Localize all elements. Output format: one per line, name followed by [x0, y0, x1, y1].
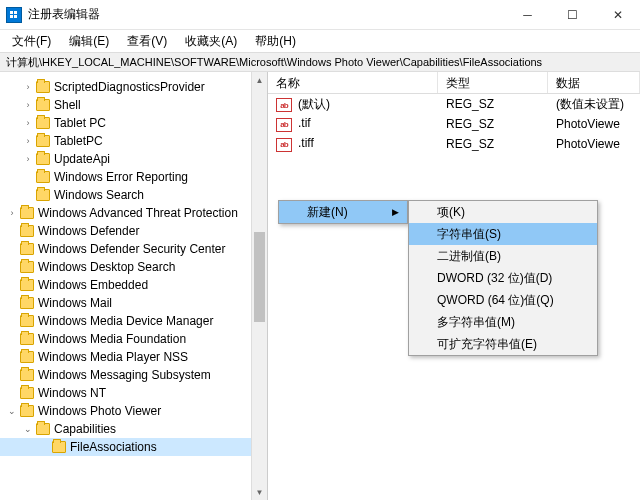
col-type[interactable]: 类型	[438, 72, 548, 93]
tree-node[interactable]: Windows Media Foundation	[0, 330, 267, 348]
tree-node[interactable]: FileAssociations	[0, 438, 267, 456]
maximize-button[interactable]: ☐	[550, 0, 595, 29]
tree-label: Windows Embedded	[38, 278, 148, 292]
folder-icon	[36, 171, 50, 183]
folder-icon	[20, 207, 34, 219]
tree-pane[interactable]: ›ScriptedDiagnosticsProvider›Shell›Table…	[0, 72, 268, 500]
tree-node[interactable]: Windows Defender	[0, 222, 267, 240]
twisty-icon[interactable]: ›	[22, 136, 34, 146]
menu-favorites[interactable]: 收藏夹(A)	[177, 31, 245, 52]
ctx-item[interactable]: DWORD (32 位)值(D)	[409, 267, 597, 289]
ctx-item-label: DWORD (32 位)值(D)	[437, 270, 552, 287]
folder-icon	[36, 81, 50, 93]
twisty-icon[interactable]: ⌄	[6, 406, 18, 416]
scrollbar[interactable]: ▲▼	[251, 72, 267, 500]
tree-label: ScriptedDiagnosticsProvider	[54, 80, 205, 94]
tree-label: Windows Defender Security Center	[38, 242, 225, 256]
window-title: 注册表编辑器	[28, 6, 505, 23]
list-row[interactable]: ab.tiffREG_SZPhotoViewe	[268, 134, 640, 154]
ctx-item[interactable]: 二进制值(B)	[409, 245, 597, 267]
tree-node[interactable]: ›ScriptedDiagnosticsProvider	[0, 78, 267, 96]
svg-rect-0	[10, 11, 13, 14]
tree-node[interactable]: Windows Media Player NSS	[0, 348, 267, 366]
col-data[interactable]: 数据	[548, 72, 640, 93]
tree-node[interactable]: Windows Messaging Subsystem	[0, 366, 267, 384]
folder-icon	[20, 279, 34, 291]
twisty-icon[interactable]: ›	[22, 154, 34, 164]
tree-node[interactable]: ⌄Capabilities	[0, 420, 267, 438]
tree-node[interactable]: ⌄Windows Photo Viewer	[0, 402, 267, 420]
tree-label: Windows NT	[38, 386, 106, 400]
value-type: REG_SZ	[438, 97, 548, 111]
tree-label: Windows Media Device Manager	[38, 314, 213, 328]
tree-label: Windows Error Reporting	[54, 170, 188, 184]
tree-label: Tablet PC	[54, 116, 106, 130]
value-data: PhotoViewe	[548, 117, 640, 131]
value-name: (默认)	[298, 97, 330, 111]
tree-node[interactable]: Windows NT	[0, 384, 267, 402]
ctx-item[interactable]: 可扩充字符串值(E)	[409, 333, 597, 355]
folder-icon	[20, 243, 34, 255]
scroll-up-icon[interactable]: ▲	[252, 72, 267, 88]
value-name: .tif	[298, 116, 311, 130]
tree-node[interactable]: Windows Error Reporting	[0, 168, 267, 186]
address-bar[interactable]: 计算机\HKEY_LOCAL_MACHINE\SOFTWARE\Microsof…	[0, 52, 640, 72]
tree-node[interactable]: ›Windows Advanced Threat Protection	[0, 204, 267, 222]
ctx-item[interactable]: 多字符串值(M)	[409, 311, 597, 333]
ctx-item-label: 字符串值(S)	[437, 226, 501, 243]
tree-node[interactable]: ›TabletPC	[0, 132, 267, 150]
tree-node[interactable]: Windows Defender Security Center	[0, 240, 267, 258]
tree-node[interactable]: Windows Embedded	[0, 276, 267, 294]
value-data: (数值未设置)	[548, 96, 640, 113]
tree-node[interactable]: Windows Search	[0, 186, 267, 204]
twisty-icon[interactable]: ›	[22, 100, 34, 110]
menu-help[interactable]: 帮助(H)	[247, 31, 304, 52]
twisty-icon[interactable]: ⌄	[22, 424, 34, 434]
list-row[interactable]: ab(默认)REG_SZ(数值未设置)	[268, 94, 640, 114]
folder-icon	[20, 315, 34, 327]
menu-edit[interactable]: 编辑(E)	[61, 31, 117, 52]
context-submenu: 项(K)字符串值(S)二进制值(B)DWORD (32 位)值(D)QWORD …	[408, 200, 598, 356]
chevron-right-icon: ▶	[392, 207, 399, 217]
ctx-item[interactable]: QWORD (64 位)值(Q)	[409, 289, 597, 311]
tree-node[interactable]: ›Tablet PC	[0, 114, 267, 132]
twisty-icon[interactable]: ›	[22, 118, 34, 128]
folder-icon	[20, 405, 34, 417]
folder-icon	[36, 135, 50, 147]
scroll-thumb[interactable]	[254, 232, 265, 322]
tree-label: Windows Media Player NSS	[38, 350, 188, 364]
tree-node[interactable]: ›Shell	[0, 96, 267, 114]
col-name[interactable]: 名称	[268, 72, 438, 93]
folder-icon	[20, 225, 34, 237]
tree-node[interactable]: Windows Desktop Search	[0, 258, 267, 276]
tree-label: Windows Advanced Threat Protection	[38, 206, 238, 220]
ctx-item-label: 可扩充字符串值(E)	[437, 336, 537, 353]
tree-label: Windows Desktop Search	[38, 260, 175, 274]
value-type: REG_SZ	[438, 117, 548, 131]
string-icon: ab	[276, 98, 292, 112]
tree-node[interactable]: Windows Media Device Manager	[0, 312, 267, 330]
tree-label: Capabilities	[54, 422, 116, 436]
twisty-icon[interactable]: ›	[22, 82, 34, 92]
scroll-down-icon[interactable]: ▼	[252, 484, 267, 500]
ctx-new[interactable]: 新建(N) ▶	[279, 201, 407, 223]
menu-file[interactable]: 文件(F)	[4, 31, 59, 52]
titlebar: 注册表编辑器 ─ ☐ ✕	[0, 0, 640, 30]
twisty-icon[interactable]: ›	[6, 208, 18, 218]
folder-icon	[20, 297, 34, 309]
tree-label: Shell	[54, 98, 81, 112]
ctx-item[interactable]: 字符串值(S)	[409, 223, 597, 245]
tree-label: Windows Messaging Subsystem	[38, 368, 211, 382]
tree-label: Windows Photo Viewer	[38, 404, 161, 418]
list-pane[interactable]: 名称 类型 数据 ab(默认)REG_SZ(数值未设置)ab.tifREG_SZ…	[268, 72, 640, 500]
list-row[interactable]: ab.tifREG_SZPhotoViewe	[268, 114, 640, 134]
tree-node[interactable]: ›UpdateApi	[0, 150, 267, 168]
close-button[interactable]: ✕	[595, 0, 640, 29]
minimize-button[interactable]: ─	[505, 0, 550, 29]
tree-label: UpdateApi	[54, 152, 110, 166]
tree-node[interactable]: Windows Mail	[0, 294, 267, 312]
ctx-item[interactable]: 项(K)	[409, 201, 597, 223]
menu-view[interactable]: 查看(V)	[119, 31, 175, 52]
ctx-item-label: 多字符串值(M)	[437, 314, 515, 331]
folder-icon	[20, 369, 34, 381]
